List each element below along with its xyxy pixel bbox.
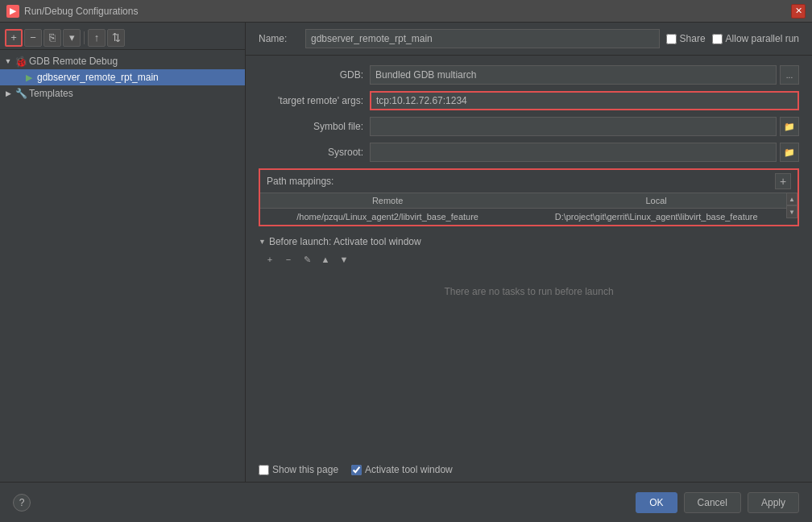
- sysroot-input[interactable]: [370, 143, 777, 162]
- move-up-button[interactable]: ↑: [88, 29, 106, 47]
- sidebar: + − ⎘ ▾ ↑ ⇅ ▼ 🐞 GDB Remote Debug ▶ gdbse…: [0, 23, 246, 482]
- show-this-page-option: Show this page: [259, 464, 338, 475]
- help-button[interactable]: ?: [13, 494, 31, 512]
- share-label: Share: [680, 33, 706, 44]
- sysroot-row: Sysroot: 📁: [259, 143, 799, 162]
- symbol-file-row: Symbol file: 📁: [259, 117, 799, 136]
- title-bar-text: Run/Debug Configurations: [24, 6, 138, 17]
- templates-icon: 🔧: [14, 87, 27, 100]
- close-button[interactable]: ✕: [791, 4, 806, 19]
- gdb-label: GDB:: [259, 69, 363, 81]
- sysroot-wrapper: 📁: [370, 143, 799, 162]
- local-cell: D:\project\git\gerrit\Linux_agent\libvir…: [515, 209, 798, 226]
- path-mappings-scroll-controls: ▲ ▼: [786, 193, 798, 218]
- name-input[interactable]: [305, 29, 660, 48]
- sort-button[interactable]: ⇅: [107, 29, 125, 47]
- path-mappings-table: Remote Local /home/pzqu/Linux_agent2/lib…: [260, 193, 798, 225]
- parallel-checkbox[interactable]: [712, 34, 723, 44]
- parallel-option: Allow parallel run: [712, 33, 799, 44]
- templates-label: Templates: [29, 88, 73, 99]
- symbol-file-browse-button[interactable]: 📁: [780, 117, 799, 136]
- name-header-row: Name: Share Allow parallel run: [246, 23, 812, 56]
- before-launch-up-button[interactable]: ▲: [317, 252, 334, 267]
- tree-item-gdbserver[interactable]: ▶ gdbserver_remote_rpt_main: [0, 69, 245, 85]
- before-launch-remove-button[interactable]: −: [280, 252, 296, 267]
- target-args-row: 'target remote' args:: [259, 91, 799, 110]
- right-panel: Name: Share Allow parallel run GDB: Bund…: [246, 23, 812, 482]
- before-launch-arrow-icon: ▼: [259, 238, 266, 246]
- config-item-icon: ▶: [23, 71, 35, 84]
- add-config-button[interactable]: +: [5, 29, 23, 47]
- config-item-label: gdbserver_remote_rpt_main: [37, 72, 159, 83]
- show-this-page-checkbox[interactable]: [259, 465, 269, 475]
- local-column-header: Local: [515, 193, 798, 209]
- ok-button[interactable]: OK: [636, 492, 677, 513]
- activate-tool-window-label: Activate tool window: [365, 464, 453, 475]
- toolbar-separator: [84, 31, 85, 44]
- arrow-down-button[interactable]: ▾: [63, 29, 81, 47]
- tree-arrow-templates: ▶: [3, 89, 13, 98]
- app-icon: ▶: [6, 5, 19, 18]
- before-launch-empty-text: There are no tasks to run before launch: [259, 273, 799, 310]
- cancel-button[interactable]: Cancel: [684, 492, 741, 513]
- path-mappings-section: Path mappings: + Remote Local /home/pzq: [259, 168, 799, 226]
- main-content: + − ⎘ ▾ ↑ ⇅ ▼ 🐞 GDB Remote Debug ▶ gdbse…: [0, 23, 812, 482]
- name-label: Name:: [259, 33, 299, 44]
- before-launch-label: Before launch: Activate tool window: [269, 236, 421, 247]
- scroll-down-button[interactable]: ▼: [786, 205, 798, 218]
- gdb-select[interactable]: Bundled GDB multiarch: [370, 65, 777, 85]
- form-area: GDB: Bundled GDB multiarch ... 'target r…: [246, 56, 812, 458]
- table-row[interactable]: /home/pzqu/Linux_agent2/libvirt_base_fea…: [260, 209, 798, 226]
- gdb-select-wrapper: Bundled GDB multiarch ...: [370, 65, 799, 85]
- scroll-up-button[interactable]: ▲: [786, 193, 798, 205]
- before-launch-section: ▼ Before launch: Activate tool window + …: [259, 236, 799, 310]
- remove-config-button[interactable]: −: [24, 29, 42, 47]
- activate-tool-window-checkbox[interactable]: [351, 465, 362, 475]
- bottom-options: Show this page Activate tool window: [246, 458, 812, 482]
- before-launch-edit-button[interactable]: ✎: [299, 252, 315, 267]
- sidebar-toolbar: + − ⎘ ▾ ↑ ⇅: [0, 26, 245, 50]
- tree-arrow-gdb: ▼: [3, 56, 13, 66]
- before-launch-header: ▼ Before launch: Activate tool window: [259, 236, 799, 247]
- before-launch-add-button[interactable]: +: [262, 252, 278, 267]
- gdb-group-icon: 🐞: [14, 55, 27, 68]
- footer-right: OK Cancel Apply: [636, 492, 799, 513]
- before-launch-toolbar: + − ✎ ▲ ▼: [259, 252, 799, 267]
- dialog-footer: ? OK Cancel Apply: [0, 482, 812, 522]
- copy-config-button[interactable]: ⎘: [44, 29, 61, 47]
- symbol-file-label: Symbol file:: [259, 121, 363, 132]
- share-checkbox[interactable]: [666, 34, 677, 44]
- apply-button[interactable]: Apply: [748, 492, 799, 513]
- tree-group-templates[interactable]: ▶ 🔧 Templates: [0, 85, 245, 102]
- remote-column-header: Remote: [260, 193, 515, 209]
- gdb-row: GDB: Bundled GDB multiarch ...: [259, 65, 799, 85]
- gdb-more-button[interactable]: ...: [780, 65, 799, 85]
- remote-cell: /home/pzqu/Linux_agent2/libvirt_base_fea…: [260, 209, 515, 226]
- before-launch-down-button[interactable]: ▼: [336, 252, 352, 267]
- config-tree: ▼ 🐞 GDB Remote Debug ▶ gdbserver_remote_…: [0, 50, 245, 478]
- show-this-page-label: Show this page: [272, 464, 338, 475]
- symbol-file-wrapper: 📁: [370, 117, 799, 136]
- symbol-file-input[interactable]: [370, 117, 777, 136]
- tree-group-gdb[interactable]: ▼ 🐞 GDB Remote Debug: [0, 53, 245, 69]
- sysroot-label: Sysroot:: [259, 147, 363, 158]
- title-bar: ▶ Run/Debug Configurations ✕: [0, 0, 812, 23]
- path-mappings-add-button[interactable]: +: [775, 173, 791, 189]
- path-mappings-label: Path mappings:: [267, 176, 334, 187]
- path-mappings-header: Path mappings: +: [260, 170, 798, 193]
- sysroot-browse-button[interactable]: 📁: [780, 143, 799, 162]
- share-option: Share: [666, 33, 706, 44]
- target-args-label: 'target remote' args:: [259, 95, 363, 106]
- target-args-input[interactable]: [370, 91, 799, 110]
- gdb-group-label: GDB Remote Debug: [29, 56, 118, 67]
- path-mappings-table-container: Remote Local /home/pzqu/Linux_agent2/lib…: [260, 193, 798, 225]
- parallel-label: Allow parallel run: [726, 33, 799, 44]
- footer-left: ?: [13, 494, 31, 512]
- activate-tool-window-option: Activate tool window: [351, 464, 453, 475]
